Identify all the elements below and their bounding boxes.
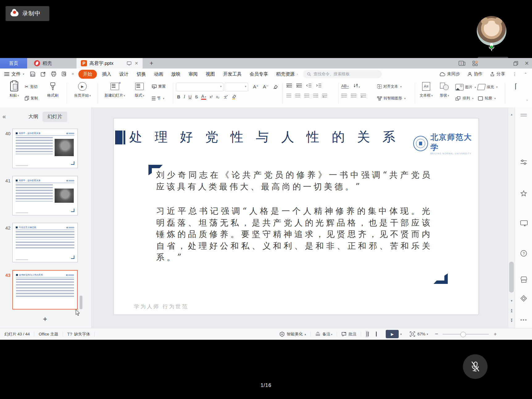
previous-slide-icon[interactable]: ▲▲	[508, 309, 515, 312]
rail-handle-icon[interactable]	[520, 114, 527, 117]
paste-button[interactable]: 粘贴	[6, 81, 22, 98]
numbered-list-button[interactable]	[296, 84, 302, 87]
tab-outline[interactable]: 大纲	[23, 112, 43, 122]
arrange-button[interactable]: 排列	[455, 96, 474, 101]
font-size-combo[interactable]	[225, 83, 248, 91]
menu-item-review[interactable]: 审阅	[185, 70, 202, 78]
justify-button[interactable]	[313, 94, 318, 98]
share-button[interactable]: 分享	[490, 71, 505, 77]
zoom-level[interactable]: 67%	[418, 332, 426, 336]
integration-mode-icon[interactable]: 1	[457, 58, 467, 69]
phonetic-guide-icon[interactable]: 文	[223, 94, 228, 99]
bold-button[interactable]: B	[177, 94, 180, 99]
scroll-down-icon[interactable]: ▼	[508, 299, 515, 302]
reset-button[interactable]: 重置	[152, 84, 166, 89]
premium-diamond-icon[interactable]	[520, 295, 527, 302]
text-box-button[interactable]: A≡ 文本框	[417, 81, 435, 98]
tab-slides[interactable]: 幻灯片	[43, 112, 67, 122]
increase-indent-button[interactable]	[316, 83, 322, 88]
properties-sliders-icon[interactable]	[520, 159, 527, 165]
print-icon[interactable]	[51, 71, 56, 77]
align-center-button[interactable]	[295, 94, 300, 98]
smart-beautify-button[interactable]: 智能美化 ▴	[279, 331, 306, 337]
menu-item-slideshow[interactable]: 放映	[167, 70, 185, 78]
command-search[interactable]: 查找命令、搜索模板	[303, 70, 382, 78]
zoom-caret[interactable]: ▾	[427, 333, 428, 336]
fill-button[interactable]: 填充	[478, 84, 498, 90]
line-spacing-button-1[interactable]	[341, 94, 347, 98]
slide-thumbnail-41[interactable]: 风雨中，这份爱更浪漫	[12, 176, 78, 215]
copy-button[interactable]: 复制	[25, 96, 38, 101]
new-tab-button[interactable]: +	[148, 59, 156, 67]
view-reading-button[interactable]	[375, 330, 378, 338]
menu-overflow-chevron[interactable]: ›	[297, 73, 298, 76]
decrease-indent-button[interactable]	[306, 83, 312, 88]
menu-item-view[interactable]: 视图	[202, 70, 219, 78]
menu-item-docer-resources[interactable]: 稻壳资源	[272, 70, 299, 78]
view-grid-button[interactable]	[370, 333, 373, 335]
slideshow-play-button[interactable]: ▶	[386, 330, 399, 338]
underline-button[interactable]: U	[189, 94, 192, 99]
slide-canvas[interactable]: 处理好党性与人性的关系 北京师范大学 BEIJING NORMAL UNIVER…	[114, 118, 479, 315]
add-slide-button[interactable]: +	[41, 315, 49, 323]
section-button[interactable]: 节	[152, 96, 164, 101]
line-spacing-button-2[interactable]	[351, 94, 356, 98]
new-slide-button[interactable]: + 新建幻灯片	[101, 81, 129, 98]
shape-button[interactable]: 形状	[436, 81, 452, 98]
ribbon-expand-chevron[interactable]: ›	[526, 98, 528, 102]
comments-button[interactable]: 批注	[341, 331, 356, 337]
zoom-out-button[interactable]: −	[435, 331, 438, 337]
menu-item-transition[interactable]: 切换	[133, 70, 150, 78]
line-spacing-button-3[interactable]	[360, 94, 366, 98]
bullet-list-button[interactable]	[286, 84, 292, 87]
layout-button[interactable]: 版式	[131, 81, 148, 98]
restore-window-icon[interactable]	[511, 58, 520, 69]
scroll-up-icon[interactable]: ▲	[508, 113, 515, 116]
cut-button[interactable]: ✂剪切	[25, 84, 38, 89]
more-menu-icon[interactable]: ⋮	[513, 72, 517, 77]
tab-docer[interactable]: 稻壳	[30, 58, 67, 69]
strikethrough-button[interactable]: S	[195, 94, 198, 99]
zoom-slider-knob[interactable]	[460, 332, 466, 337]
file-menu[interactable]: 文件 ▾	[4, 71, 24, 77]
menu-item-insert[interactable]: 插入	[98, 70, 115, 78]
theme-name[interactable]: Office 主题	[39, 331, 58, 337]
align-right-button[interactable]	[304, 94, 309, 98]
zoom-in-button[interactable]: +	[494, 331, 497, 337]
smart-graphic-button[interactable]: 转智能图形	[377, 96, 406, 101]
menu-item-design[interactable]: 设计	[115, 70, 133, 78]
play-options-caret[interactable]: ▾	[400, 333, 402, 336]
export-icon[interactable]	[40, 71, 46, 77]
increase-font-button[interactable]: A⁺	[253, 84, 259, 89]
view-normal-button[interactable]	[365, 330, 368, 338]
main-scrollbar[interactable]: ▲ ▼ ▲▲ ▼▼	[508, 107, 515, 328]
picture-button[interactable]: 图片	[455, 84, 476, 90]
cast-screen-icon[interactable]	[520, 220, 528, 226]
menu-item-membership[interactable]: 会员专享	[246, 70, 272, 78]
slide-thumbnail-42[interactable]: 马克思主义婚恋观	[12, 223, 78, 262]
format-painter-button[interactable]: 格式刷	[44, 81, 62, 98]
rail-more-icon[interactable]: •••	[520, 317, 527, 323]
tab-home[interactable]: 首页	[0, 58, 27, 69]
missing-font-warning[interactable]: T? 缺失字体	[67, 331, 90, 337]
text-direction-button[interactable]: A	[354, 83, 360, 89]
next-slide-icon[interactable]: ▼▼	[508, 318, 515, 322]
help-icon[interactable]: ?	[520, 250, 527, 257]
subscript-button[interactable]: x₂	[216, 95, 219, 99]
italic-button[interactable]: I	[184, 94, 185, 99]
scrollbar-thumb[interactable]	[509, 262, 514, 293]
slide-thumbnail-43-selected[interactable]: 处理好党性与人性的关系	[12, 270, 78, 310]
close-tab-icon[interactable]: ✕	[135, 61, 138, 66]
microphone-muted-button[interactable]	[463, 354, 488, 379]
zoom-slider[interactable]	[443, 334, 489, 335]
slide-thumbnail-40[interactable]: 风雨中，这份爱更浪漫	[12, 129, 78, 168]
template-store-icon[interactable]	[520, 276, 527, 283]
tab-document[interactable]: P 高君宇.pptx ✕	[77, 58, 143, 69]
align-text-button[interactable]: 对齐文本	[377, 84, 402, 89]
collapse-panel-icon[interactable]: «	[2, 113, 6, 120]
distribute-button[interactable]	[322, 94, 327, 98]
align-left-button[interactable]	[286, 94, 291, 98]
pin-to-screen-icon[interactable]	[127, 61, 131, 65]
menu-item-devtools[interactable]: 开发工具	[219, 70, 246, 78]
more-quick-icons[interactable]: »	[72, 71, 74, 77]
